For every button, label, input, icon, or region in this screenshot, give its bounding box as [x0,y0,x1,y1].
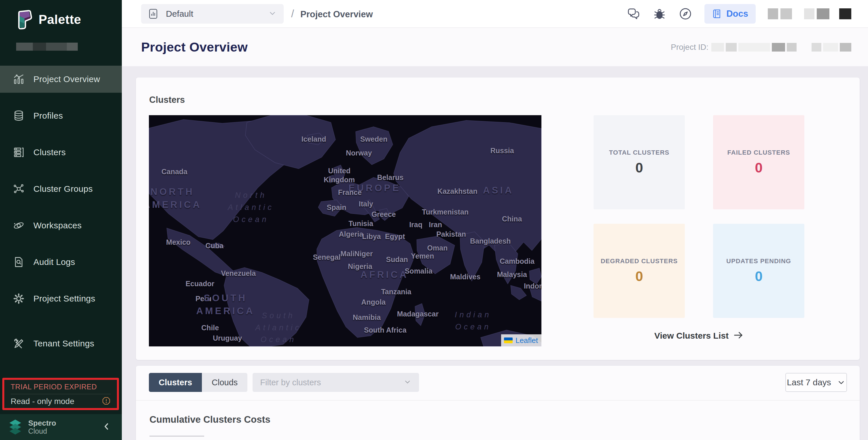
sidebar-item-audit-logs[interactable]: Audit Logs [0,249,122,276]
redacted-user-info [768,8,851,19]
breadcrumb: / Project Overview [291,8,373,20]
stat-tile-value: 0 [755,160,763,176]
sidebar-nav: Project OverviewProfilesClustersCluster … [0,66,122,367]
stat-tile-value: 0 [635,269,643,284]
world-map-landmass [149,115,541,346]
leaflet-attribution-label: Leaflet [516,336,538,345]
costs-section-title: Cumulative Clusters Costs [150,414,271,425]
book-icon [712,9,722,19]
sidebar-item-workspaces[interactable]: Workspaces [0,212,122,239]
project-selector-dropdown[interactable]: Default [141,4,284,24]
docs-button-label: Docs [726,9,748,19]
stat-tile-value: 0 [635,160,643,176]
ukraine-flag-icon [504,338,513,343]
bug-report-icon[interactable] [653,7,666,21]
spectro-cloud-logo-icon [7,419,24,435]
sidebar-item-label: Clusters [33,148,66,157]
stat-tile-value: 0 [755,269,763,284]
tab-clusters[interactable]: Clusters [149,373,202,392]
costs-controls-row: ClustersClouds Filter by clusters Last 7… [149,373,847,392]
docs-button[interactable]: Docs [705,4,756,24]
sidebar-item-project-settings[interactable]: Project Settings [0,285,122,312]
page-title: Project Overview [141,40,248,55]
arrow-right-icon [733,331,744,341]
redacted-project-id [711,43,851,52]
doc-search-icon [13,256,25,268]
main-content: Clusters [122,66,868,440]
redacted-version [16,42,78,51]
sidebar-item-profiles[interactable]: Profiles [0,102,122,129]
clusters-card-title: Clusters [149,95,185,105]
date-range-value: Last 7 days [787,378,831,387]
network-icon [13,183,25,195]
clusters-world-map[interactable]: IcelandSwedenNorwayRussiaCanadaUnitedKin… [149,115,541,346]
sidebar-item-label: Workspaces [33,221,82,230]
project-selector-value: Default [166,9,193,19]
brand-spectro: Spectro [28,419,56,427]
server-icon [13,146,25,158]
brand-cloud: Cloud [28,427,56,435]
stat-tile-label: FAILED CLUSTERS [727,149,790,156]
explore-compass-icon[interactable] [679,7,692,21]
gear-icon [13,292,25,305]
trial-divider [11,394,111,394]
database-icon [13,110,25,122]
sidebar-item-cluster-groups[interactable]: Cluster Groups [0,176,122,202]
palette-logo-icon [15,10,33,29]
read-only-mode-label: Read - only mode [11,397,74,406]
cluster-stat-tiles: TOTAL CLUSTERS0FAILED CLUSTERS0DEGRADED … [593,115,804,318]
view-clusters-list-link[interactable]: View Clusters List [654,331,744,341]
date-range-selector[interactable]: Last 7 days [785,373,847,392]
costs-title-rule [150,436,204,437]
feedback-chat-icon[interactable] [627,7,641,21]
costs-tabs: ClustersClouds [149,373,247,392]
clusters-overview-card: Clusters [136,77,860,360]
breadcrumb-current[interactable]: Project Overview [300,9,373,20]
palette-app: Palette Project OverviewProfilesClusters… [0,0,868,440]
sidebar-item-tenant-settings[interactable]: Tenant Settings [0,330,122,357]
tools-icon [13,338,25,350]
leaflet-attribution[interactable]: Leaflet [501,334,541,346]
sidebar-item-label: Cluster Groups [33,184,93,194]
stat-tile-failed-clusters[interactable]: FAILED CLUSTERS0 [713,115,804,209]
costs-divider [136,400,860,401]
chevron-down-icon [837,378,845,387]
tab-clouds[interactable]: Clouds [202,373,247,392]
trial-expired-title: TRIAL PERIOD EXPIRED [11,383,111,391]
project-dashboard-icon [148,8,158,20]
costs-card: ClustersClouds Filter by clusters Last 7… [136,366,860,440]
logo-wordmark: Palette [39,12,81,27]
page-header: Project Overview Project ID: [122,28,868,66]
sidebar-item-clusters[interactable]: Clusters [0,139,122,166]
stat-tile-updates-pending[interactable]: UPDATES PENDING0 [713,224,804,318]
filter-placeholder: Filter by clusters [260,378,321,387]
sidebar-logo-area: Palette [0,0,122,66]
orbit-icon [13,219,25,231]
breadcrumb-separator: / [291,8,294,20]
chevron-down-icon [403,378,411,387]
stat-tile-label: UPDATES PENDING [726,257,791,265]
topbar: Default / Project Overview [122,0,868,28]
chart-icon [13,73,25,85]
filter-by-clusters-dropdown[interactable]: Filter by clusters [253,373,419,392]
sidebar-footer: Spectro Cloud [0,414,122,440]
sidebar-item-label: Tenant Settings [33,339,94,348]
project-id-label: Project ID: [671,42,709,52]
stat-tile-label: TOTAL CLUSTERS [609,149,670,156]
stat-tile-label: DEGRADED CLUSTERS [601,257,678,265]
sidebar-item-label: Audit Logs [33,257,75,267]
sidebar-collapse-chevron-icon[interactable] [102,421,112,433]
sidebar-item-label: Project Settings [33,294,95,304]
sidebar-item-project-overview[interactable]: Project Overview [0,66,122,93]
warning-octagon-icon[interactable] [102,397,111,406]
stat-tile-total-clusters[interactable]: TOTAL CLUSTERS0 [593,115,685,209]
stat-tile-degraded-clusters[interactable]: DEGRADED CLUSTERS0 [593,224,685,318]
sidebar: Palette Project OverviewProfilesClusters… [0,0,122,440]
chevron-down-icon [268,9,277,19]
trial-expired-banner: TRIAL PERIOD EXPIRED Read - only mode [2,378,119,410]
sidebar-item-label: Project Overview [33,74,100,84]
view-clusters-list-label: View Clusters List [654,331,728,341]
sidebar-item-label: Profiles [33,111,63,121]
